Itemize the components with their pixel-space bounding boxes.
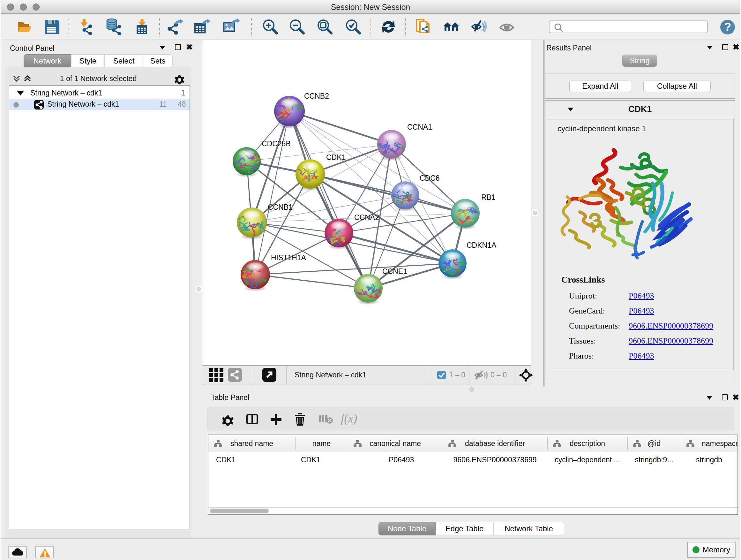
svg-text:CDK1: CDK1: [326, 153, 346, 162]
svg-text:CDC6: CDC6: [420, 174, 440, 182]
svg-text:CCNE1: CCNE1: [382, 267, 407, 275]
svg-text:HIST1H1A: HIST1H1A: [271, 253, 307, 262]
svg-text:CDC25B: CDC25B: [262, 139, 291, 148]
svg-text:CCNB2: CCNB2: [304, 92, 329, 100]
svg-text:?: ?: [724, 20, 731, 34]
svg-text:CCNB1: CCNB1: [268, 203, 293, 211]
svg-text:CDKN1A: CDKN1A: [467, 241, 496, 249]
svg-text:CCNA2: CCNA2: [354, 213, 379, 222]
svg-text:RB1: RB1: [481, 193, 495, 201]
svg-text:CCNA1: CCNA1: [407, 123, 432, 131]
